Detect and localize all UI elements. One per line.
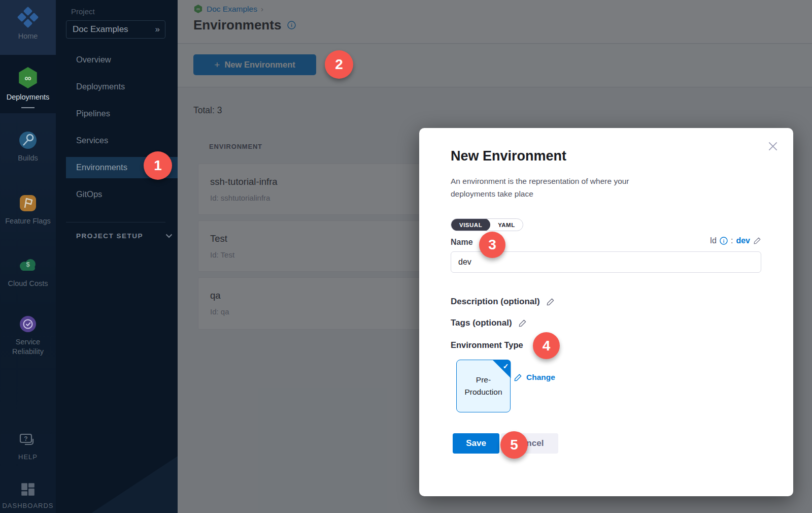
environment-type-value: Pre- Production [464,374,502,398]
expand-project-icon[interactable]: » [155,24,160,35]
edit-description-icon[interactable] [546,298,555,306]
sidebar-item-cloud-costs[interactable]: $ Cloud Costs [0,255,56,288]
description-field-toggle[interactable]: Description (optional) [451,297,555,307]
svg-text:?: ? [24,435,27,442]
sidebar-item-home[interactable]: Home [0,6,56,41]
sidebar-item-label: DASHBOARDS [0,501,56,510]
environment-type-label: Environment Type [451,340,523,350]
annotation-step-1: 1 [144,151,172,180]
home-icon [17,6,39,28]
id-separator: : [731,236,733,245]
tags-field-toggle[interactable]: Tags (optional) [451,318,527,328]
info-icon[interactable]: i [720,237,728,245]
modal-title: New Environment [451,148,566,164]
active-module-indicator [21,107,35,108]
sidebar-item-help[interactable]: ? HELP [0,433,56,462]
project-selector[interactable]: Doc Examples » [66,20,165,39]
project-label: Project [71,7,95,16]
id-row: Id i : dev [710,236,761,245]
sidebar-item-label: Cloud Costs [0,279,56,288]
sidebar-item-label: Builds [0,153,56,163]
sidebar-item-feature-flags[interactable]: Feature Flags [0,193,56,226]
visual-yaml-toggle: VISUAL YAML [451,218,523,231]
id-label: Id [710,236,717,245]
annotation-step-5: 5 [500,431,528,459]
edit-icon [514,373,522,382]
svg-text:∞: ∞ [24,73,31,83]
feature-flags-icon [18,193,38,213]
edit-tags-icon[interactable] [518,319,527,328]
sidebar-item-deployments-page[interactable]: Deployments [76,82,125,91]
app-window: Home ∞ Deployments Builds Feature Flag [0,0,812,513]
edit-id-icon[interactable] [753,237,761,245]
change-environment-type-link[interactable]: Change [514,373,555,382]
sidebar-divider [66,222,165,222]
project-name: Doc Examples [73,24,155,35]
annotation-step-4: 4 [533,332,560,359]
modal-description: An environment is the representation of … [451,175,669,200]
check-icon: ✓ [503,360,509,372]
environment-type-card-pre-production[interactable]: Pre- Production ✓ [456,360,511,412]
project-setup-label: PROJECT SETUP [76,232,143,240]
cloud-costs-icon: $ [17,255,39,276]
description-label: Description (optional) [451,297,540,307]
change-label: Change [526,373,555,382]
dashboards-icon [20,482,36,498]
sidebar-item-service-reliability[interactable]: Service Reliability [0,314,56,357]
sidebar-item-overview[interactable]: Overview [76,55,111,65]
sidebar-item-deployments[interactable]: ∞ Deployments [0,66,56,108]
sidebar-item-builds[interactable]: Builds [0,130,56,163]
sidebar-item-environments[interactable]: Environments [76,163,127,172]
sidebar-item-services[interactable]: Services [76,136,108,145]
builds-icon [18,130,38,150]
chevron-down-icon [165,234,173,238]
sidebar-decoration [91,456,178,513]
project-setup-toggle[interactable]: PROJECT SETUP [76,232,173,240]
annotation-step-3: 3 [479,232,505,258]
project-sidebar: Project Doc Examples » Overview Deployme… [56,0,178,513]
sidebar-item-gitops[interactable]: GitOps [76,189,102,199]
sidebar-item-dashboards[interactable]: DASHBOARDS [0,482,56,510]
deployments-icon: ∞ [16,66,40,89]
new-environment-modal: New Environment An environment is the re… [419,128,793,496]
name-label: Name [451,238,473,247]
svg-text:$: $ [26,261,30,268]
help-icon: ? [19,433,37,449]
svg-text:i: i [723,239,725,244]
id-value: dev [736,236,750,245]
module-rail: Home ∞ Deployments Builds Feature Flag [0,0,56,513]
close-icon[interactable] [767,140,779,152]
sidebar-item-label: Home [0,31,56,41]
annotation-step-2: 2 [325,50,353,79]
save-button[interactable]: Save [453,433,499,454]
service-reliability-icon [18,314,38,334]
sidebar-item-label: Deployments [0,92,56,102]
tab-visual[interactable]: VISUAL [451,218,490,231]
tags-label: Tags (optional) [451,318,512,328]
sidebar-item-label: Service Reliability [0,337,56,357]
sidebar-item-pipelines[interactable]: Pipelines [76,109,110,118]
sidebar-item-label: HELP [0,452,56,462]
tab-yaml[interactable]: YAML [490,218,523,231]
sidebar-item-label: Feature Flags [0,216,56,226]
